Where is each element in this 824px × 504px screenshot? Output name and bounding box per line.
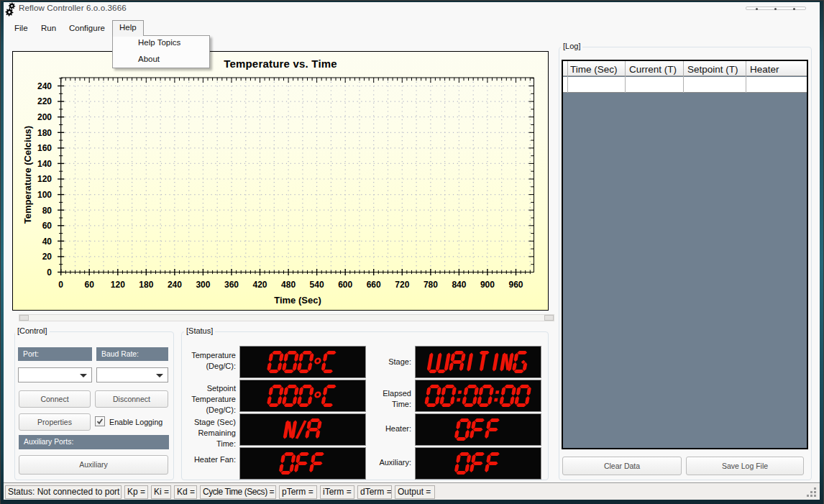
- svg-text:140: 140: [37, 159, 52, 169]
- svg-text:120: 120: [37, 174, 52, 184]
- svg-text:0: 0: [58, 280, 63, 290]
- svg-text:Time (Sec): Time (Sec): [274, 295, 321, 306]
- svg-text:180: 180: [37, 128, 52, 138]
- svg-text:40: 40: [42, 237, 52, 247]
- svg-text:720: 720: [395, 280, 409, 290]
- svg-text:120: 120: [111, 280, 125, 290]
- svg-text:Temperature vs. Time: Temperature vs. Time: [224, 58, 337, 70]
- svg-text:300: 300: [196, 280, 210, 290]
- svg-text:660: 660: [367, 280, 381, 290]
- svg-text:840: 840: [452, 280, 466, 290]
- svg-text:180: 180: [139, 280, 153, 290]
- svg-text:240: 240: [37, 81, 52, 91]
- svg-text:80: 80: [42, 206, 52, 216]
- svg-text:540: 540: [310, 280, 324, 290]
- svg-text:200: 200: [37, 112, 52, 122]
- svg-text:360: 360: [224, 280, 239, 290]
- svg-text:900: 900: [480, 280, 495, 290]
- svg-text:60: 60: [42, 221, 52, 231]
- svg-text:240: 240: [168, 280, 182, 290]
- svg-text:20: 20: [42, 252, 52, 262]
- svg-text:Temperature (Celcius): Temperature (Celcius): [22, 126, 33, 224]
- svg-text:420: 420: [252, 280, 267, 290]
- svg-text:100: 100: [37, 190, 52, 200]
- svg-text:480: 480: [281, 280, 296, 290]
- svg-text:600: 600: [338, 280, 352, 290]
- svg-text:960: 960: [508, 280, 523, 290]
- svg-text:0: 0: [47, 267, 52, 278]
- svg-text:160: 160: [37, 143, 52, 153]
- svg-text:220: 220: [37, 96, 52, 106]
- svg-text:780: 780: [424, 280, 438, 290]
- svg-text:60: 60: [85, 280, 95, 290]
